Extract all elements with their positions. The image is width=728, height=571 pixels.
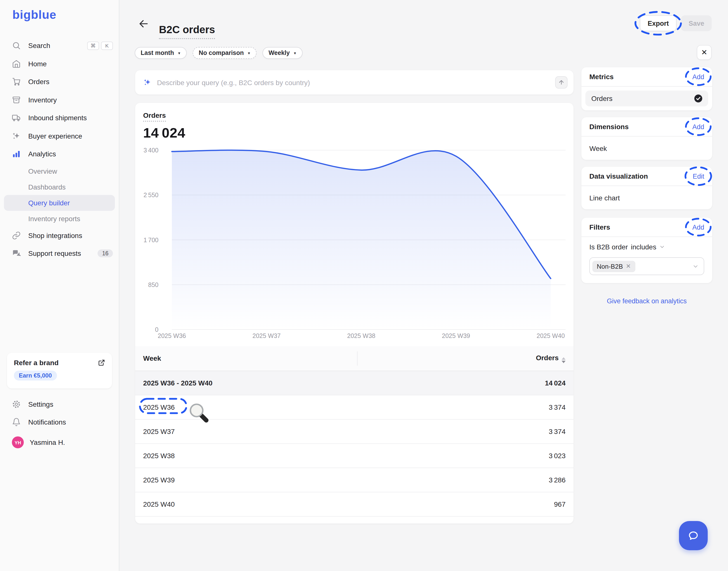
link-icon — [12, 231, 21, 240]
filter-values-select[interactable]: Non-B2B ✕ — [589, 257, 704, 275]
data-visualization-card: Data visualization Edit Line chart — [581, 167, 712, 209]
svg-text:0: 0 — [155, 326, 159, 333]
sidebar-item-label: Inventory — [28, 96, 57, 104]
week-cell[interactable]: 2025 W40 — [135, 500, 554, 508]
sidebar-item-inventory[interactable]: Inventory — [0, 91, 119, 109]
edit-visualization-button[interactable]: Edit — [693, 173, 704, 180]
date-range-dropdown[interactable]: Last month▼ — [135, 47, 187, 59]
orders-value: 14 024 — [545, 379, 573, 387]
query-bar — [135, 70, 573, 95]
sidebar-item-analytics[interactable]: Analytics — [0, 145, 119, 163]
table-summary-row[interactable]: 2025 W36 - 2025 W4014 024 — [135, 371, 573, 395]
filter-condition[interactable]: Is B2B order includes — [589, 243, 704, 251]
sidebar-item-label: Inbound shipments — [28, 114, 87, 122]
table-row[interactable]: 2025 W383 023 — [135, 444, 573, 468]
sidebar-item-overview[interactable]: Overview — [0, 163, 119, 179]
user-name: Yasmina H. — [30, 438, 65, 446]
metric-label[interactable]: Orders — [143, 111, 166, 122]
export-button[interactable]: Export — [640, 15, 677, 31]
sidebar: bigblue Search⌘KHomeOrdersInventoryInbou… — [0, 0, 119, 571]
app: bigblue Search⌘KHomeOrdersInventoryInbou… — [0, 0, 728, 571]
sidebar-item-query-builder[interactable]: Query builder — [4, 195, 115, 211]
refer-a-brand-card[interactable]: Refer a brand Earn €5,000 — [7, 353, 112, 388]
table-row[interactable]: 2025 W373 374 — [135, 419, 573, 444]
add-metric-button[interactable]: Add — [692, 73, 704, 81]
gear-icon — [12, 400, 21, 409]
chat-widget-button[interactable] — [679, 521, 708, 550]
week-cell[interactable]: 2025 W36 — [135, 403, 549, 411]
sidebar-item-label: Home — [28, 60, 47, 68]
sidebar-item-label: Search — [28, 42, 50, 50]
count-badge: 16 — [98, 250, 113, 257]
visualization-type[interactable]: Line chart — [581, 186, 712, 209]
add-dimension-button[interactable]: Add — [692, 123, 704, 130]
bell-icon — [12, 418, 21, 427]
sidebar-nav: Search⌘KHomeOrdersInventoryInbound shipm… — [0, 37, 119, 262]
filter-value-tag: Non-B2B ✕ — [592, 260, 635, 272]
data-visualization-title: Data visualization — [589, 172, 648, 180]
sidebar-item-orders[interactable]: Orders — [0, 73, 119, 91]
granularity-dropdown[interactable]: Weekly▼ — [263, 47, 302, 59]
sidebar-item-home[interactable]: Home — [0, 55, 119, 73]
sidebar-item-label: Buyer experience — [28, 132, 82, 140]
bigblue-logo: bigblue — [12, 8, 57, 22]
sidebar-item-notifications[interactable]: Notifications — [0, 415, 119, 429]
sidebar-item-label: Orders — [28, 78, 50, 86]
chevron-down-icon — [692, 263, 699, 269]
save-button[interactable]: Save — [681, 15, 712, 31]
metric-item-label: Orders — [591, 95, 613, 102]
column-header-week[interactable]: Week — [135, 354, 536, 362]
remove-tag-icon[interactable]: ✕ — [626, 263, 631, 270]
svg-text:850: 850 — [148, 281, 159, 288]
submit-query-button[interactable] — [555, 76, 567, 89]
sort-icon[interactable] — [562, 357, 565, 363]
week-cell[interactable]: 2025 W37 — [135, 427, 549, 435]
truck-icon — [12, 114, 21, 122]
sidebar-item-label: Dashboards — [28, 183, 66, 191]
header-divider — [357, 351, 358, 366]
week-cell[interactable]: 2025 W36 - 2025 W40 — [135, 379, 545, 387]
column-header-orders[interactable]: Orders — [536, 354, 573, 363]
sidebar-item-support-requests[interactable]: Support requests16 — [0, 244, 119, 262]
filter-pill-row: Last month▼ No comparison▼ Weekly▼ — [135, 47, 302, 59]
analytics-icon — [12, 150, 21, 158]
orders-line-chart: 08501 7002 5503 4002025 W362025 W372025 … — [135, 143, 573, 346]
sidebar-item-buyer-experience[interactable]: Buyer experience — [0, 127, 119, 145]
sidebar-item-inbound-shipments[interactable]: Inbound shipments — [0, 109, 119, 127]
filter-value-label: Non-B2B — [597, 262, 623, 270]
dimension-item-label: Week — [589, 144, 607, 152]
chevron-down-icon: ▼ — [293, 51, 297, 55]
sidebar-item-inventory-reports[interactable]: Inventory reports — [0, 211, 119, 226]
sidebar-item-label: Inventory reports — [28, 215, 80, 222]
close-icon[interactable]: ✕ — [697, 45, 712, 60]
table-row[interactable]: 2025 W393 286 — [135, 468, 573, 492]
chevron-down-icon — [659, 244, 665, 250]
add-filter-button[interactable]: Add — [692, 223, 704, 231]
week-cell[interactable]: 2025 W38 — [135, 452, 549, 459]
svg-text:2025 W39: 2025 W39 — [442, 332, 470, 339]
sidebar-item-label: Notifications — [28, 418, 66, 426]
week-cell[interactable]: 2025 W39 — [135, 476, 549, 484]
sidebar-item-search[interactable]: Search⌘K — [0, 37, 119, 55]
back-button[interactable] — [138, 17, 151, 30]
table-row[interactable]: 2025 W40967 — [135, 492, 573, 516]
sidebar-item-dashboards[interactable]: Dashboards — [0, 179, 119, 195]
svg-text:2 550: 2 550 — [144, 192, 159, 199]
feedback-link[interactable]: Give feedback on analytics — [581, 298, 712, 305]
table-row[interactable]: 2025 W363 374 — [135, 395, 573, 419]
sidebar-item-settings[interactable]: Settings — [0, 397, 119, 411]
page-title[interactable]: B2C orders — [159, 24, 215, 39]
visualization-type-label: Line chart — [589, 194, 620, 202]
query-input[interactable] — [156, 78, 555, 87]
keyboard-shortcut: ⌘K — [87, 41, 113, 50]
sidebar-item-label: Shop integrations — [28, 232, 82, 239]
sidebar-item-label: Settings — [28, 400, 53, 408]
dimension-item-week[interactable]: Week — [581, 136, 712, 160]
metric-item-orders[interactable]: Orders — [585, 91, 708, 106]
user-profile[interactable]: YH Yasmina H. — [0, 435, 119, 450]
sidebar-item-shop-integrations[interactable]: Shop integrations — [0, 226, 119, 244]
comparison-dropdown[interactable]: No comparison▼ — [193, 47, 257, 59]
home-icon — [12, 60, 21, 68]
refer-a-brand-label: Refer a brand — [14, 359, 59, 367]
chevron-down-icon: ▼ — [178, 51, 181, 55]
